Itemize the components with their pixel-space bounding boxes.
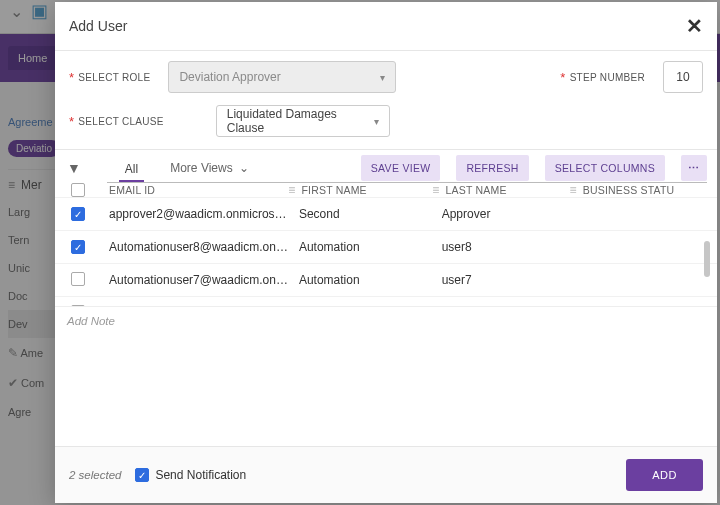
select-clause-value: Liquidated Damages Clause (227, 107, 374, 135)
col-email[interactable]: EMAIL ID (109, 184, 155, 196)
column-menu-icon[interactable]: ≡ (570, 183, 577, 197)
row-checkbox[interactable]: ✓ (71, 240, 85, 254)
cell-email: Automationuser7@waadicm.on… (109, 273, 299, 287)
table-row[interactable]: Automationuser9@waadicm.on…Automationuse… (55, 296, 717, 306)
chevron-down-icon: ▾ (380, 72, 385, 83)
select-role-value: Deviation Approver (179, 70, 280, 84)
tab-all[interactable]: All (119, 154, 144, 182)
select-columns-button[interactable]: SELECT COLUMNS (545, 155, 665, 181)
col-business-status[interactable]: BUSINESS STATU (583, 184, 675, 196)
row-checkbox[interactable] (71, 305, 85, 307)
table-row[interactable]: Automationuser7@waadicm.on…Automationuse… (55, 263, 717, 296)
select-role[interactable]: Deviation Approver ▾ (168, 61, 396, 93)
row-checkbox[interactable]: ✓ (71, 207, 85, 221)
select-clause[interactable]: Liquidated Damages Clause ▾ (216, 105, 390, 137)
table-row[interactable]: ✓Automationuser8@waadicm.on…Automationus… (55, 230, 717, 263)
more-views-dropdown[interactable]: More Views ⌄ (170, 161, 248, 175)
step-number-input[interactable]: 10 (663, 61, 703, 93)
label-step-number: *STEP NUMBER (560, 70, 645, 85)
cell-first-name: Automation (299, 240, 442, 254)
add-note-input[interactable]: Add Note (55, 306, 717, 446)
add-user-modal: Add User ✕ *SELECT ROLE Deviation Approv… (55, 2, 717, 503)
refresh-button[interactable]: REFRESH (456, 155, 528, 181)
table-row[interactable]: ✓approver2@waadicm.onmicros…SecondApprov… (55, 197, 717, 230)
column-menu-icon[interactable]: ≡ (432, 183, 439, 197)
modal-title: Add User (69, 18, 127, 34)
cell-last-name: Approver (442, 207, 578, 221)
cell-email: approver2@waadicm.onmicros… (109, 207, 299, 221)
send-notification-checkbox[interactable]: ✓ Send Notification (135, 468, 246, 482)
select-all-checkbox[interactable] (71, 183, 85, 197)
cell-first-name: Automation (299, 273, 442, 287)
col-first-name[interactable]: FIRST NAME (301, 184, 366, 196)
vertical-scrollbar[interactable] (704, 235, 710, 306)
cell-last-name: user7 (442, 273, 578, 287)
cell-last-name: user8 (442, 240, 578, 254)
close-icon[interactable]: ✕ (686, 14, 703, 38)
save-view-button[interactable]: SAVE VIEW (361, 155, 441, 181)
label-select-role: *SELECT ROLE (69, 70, 150, 85)
chevron-down-icon: ▾ (374, 116, 379, 127)
add-button[interactable]: ADD (626, 459, 703, 491)
more-actions-button[interactable]: ⋯ (681, 155, 707, 181)
label-select-clause: *SELECT CLAUSE (69, 114, 164, 129)
cell-first-name: Second (299, 207, 442, 221)
filter-icon[interactable]: ▼ (61, 154, 87, 182)
selected-count: 2 selected (69, 469, 121, 481)
row-checkbox[interactable] (71, 272, 85, 286)
col-last-name[interactable]: LAST NAME (446, 184, 507, 196)
column-menu-icon[interactable]: ≡ (288, 183, 295, 197)
chevron-down-icon: ⌄ (239, 161, 249, 175)
cell-email: Automationuser8@waadicm.on… (109, 240, 299, 254)
user-grid: EMAIL ID≡ FIRST NAME≡ LAST NAME≡ BUSINES… (55, 183, 717, 306)
send-notification-label: Send Notification (155, 468, 246, 482)
checkbox-icon: ✓ (135, 468, 149, 482)
more-views-label: More Views (170, 161, 232, 175)
